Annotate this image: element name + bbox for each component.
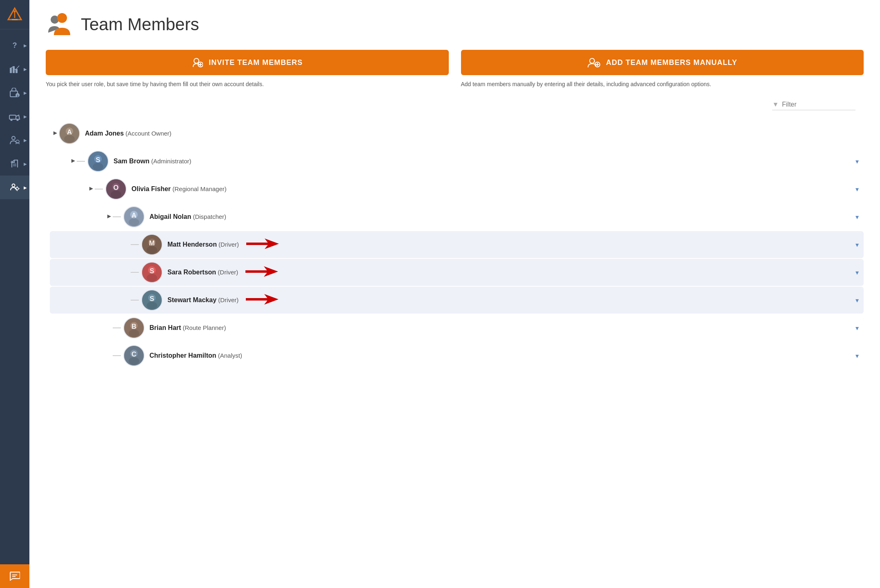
avatar: M xyxy=(141,234,163,255)
tree-connector xyxy=(131,272,139,273)
highlight-arrow xyxy=(246,293,278,307)
help-icon: ? xyxy=(13,41,17,50)
svg-point-26 xyxy=(57,13,67,23)
avatar: A xyxy=(59,123,80,144)
chevron-icon: ▶ xyxy=(24,162,27,166)
svg-text:B: B xyxy=(131,323,136,330)
page-header: Team Members xyxy=(46,12,864,37)
svg-text:C: C xyxy=(131,350,136,358)
svg-text:3: 3 xyxy=(17,94,18,97)
tree-row[interactable]: ◀ S Sam Brown (Administrator)▾ xyxy=(50,148,864,175)
svg-point-2 xyxy=(14,10,16,12)
dropdown-chevron[interactable]: ▾ xyxy=(847,185,859,193)
chevron-icon: ▶ xyxy=(24,67,27,71)
avatar: S xyxy=(87,151,109,172)
sidebar-item-orders[interactable]: 3 ▶ xyxy=(0,81,29,105)
svg-text:A: A xyxy=(131,212,136,219)
sidebar-item-settings[interactable]: ▶ xyxy=(0,176,29,199)
tree-connector xyxy=(131,244,139,245)
svg-rect-63 xyxy=(245,270,268,273)
svg-point-13 xyxy=(12,136,15,140)
svg-text:M: M xyxy=(149,239,155,247)
svg-point-76 xyxy=(129,357,139,365)
svg-text:A: A xyxy=(67,128,72,136)
tree-expander[interactable]: ◀ xyxy=(86,186,93,192)
invite-section: INVITE TEAM MEMBERS You pick their user … xyxy=(46,50,449,89)
sidebar-logo[interactable] xyxy=(0,0,29,29)
svg-point-17 xyxy=(12,184,15,187)
dropdown-chevron[interactable]: ▾ xyxy=(847,296,859,304)
tree-row[interactable]: M Matt Henderson (Driver)▾ xyxy=(50,231,864,258)
member-name: Christopher Hamilton (Analyst) xyxy=(149,352,242,359)
svg-rect-57 xyxy=(246,243,269,245)
orders-icon: 3 xyxy=(9,88,20,98)
analytics-icon xyxy=(9,65,20,74)
tree-row[interactable]: B Brian Hart (Route Planner)▾ xyxy=(50,314,864,341)
member-name: Sam Brown (Administrator) xyxy=(114,158,192,165)
avatar: S xyxy=(141,290,163,311)
dropdown-chevron[interactable]: ▾ xyxy=(847,213,859,221)
dispatch-icon xyxy=(9,112,20,121)
svg-text:S: S xyxy=(149,267,154,275)
tree-connector xyxy=(113,355,121,356)
invite-description: You pick their user role, but save time … xyxy=(46,80,449,89)
tree-row[interactable]: ◀ A Abigail Nolan (Dispatcher)▾ xyxy=(50,203,864,230)
svg-point-72 xyxy=(129,330,139,337)
tree-connector xyxy=(113,216,121,217)
add-description: Add team members manually by entering al… xyxy=(461,80,864,89)
add-manually-section: ADD TEAM MEMBERS MANUALLY Add team membe… xyxy=(461,50,864,89)
invite-icon xyxy=(192,57,203,68)
avatar: C xyxy=(123,345,145,366)
sidebar-item-help[interactable]: ? ▶ xyxy=(0,33,29,57)
svg-point-54 xyxy=(147,246,157,254)
svg-point-60 xyxy=(147,274,157,281)
tree-row[interactable]: S Stewart Mackay (Driver)▾ xyxy=(50,287,864,314)
dropdown-chevron[interactable]: ▾ xyxy=(847,269,859,276)
chevron-icon: ▶ xyxy=(24,138,27,143)
highlight-arrow xyxy=(246,238,279,252)
chevron-icon: ▶ xyxy=(24,185,27,190)
filter-icon: ▼ xyxy=(772,101,779,108)
svg-point-50 xyxy=(129,218,139,226)
dropdown-chevron[interactable]: ▾ xyxy=(847,158,859,165)
add-manually-icon xyxy=(587,57,600,68)
tree-row[interactable]: ◀ O Olivia Fisher (Regional Manager)▾ xyxy=(50,176,864,203)
tree-row[interactable]: C Christopher Hamilton (Analyst)▾ xyxy=(50,342,864,369)
svg-rect-69 xyxy=(246,298,268,301)
tree-row[interactable]: S Sara Robertson (Driver)▾ xyxy=(50,259,864,286)
svg-point-42 xyxy=(93,163,103,170)
dropdown-chevron[interactable]: ▾ xyxy=(847,241,859,249)
sidebar-item-drivers[interactable]: ▶ xyxy=(0,128,29,152)
chevron-icon: ▶ xyxy=(24,114,27,119)
tree-row[interactable]: ◀ A Adam Jones (Account Owner) xyxy=(50,120,864,147)
svg-point-46 xyxy=(111,191,121,198)
tree-connector xyxy=(113,327,121,328)
member-name: Stewart Mackay (Driver) xyxy=(167,296,238,304)
invite-button-label: INVITE TEAM MEMBERS xyxy=(209,58,303,67)
filter-row: ▼ xyxy=(46,101,864,110)
chat-button[interactable] xyxy=(0,564,29,588)
svg-point-27 xyxy=(194,58,199,63)
sidebar-item-reports[interactable]: ▶ xyxy=(0,152,29,176)
dropdown-chevron[interactable]: ▾ xyxy=(847,352,859,360)
chevron-icon: ▶ xyxy=(24,91,27,95)
highlight-arrow xyxy=(245,265,278,279)
member-name: Brian Hart (Route Planner) xyxy=(149,324,226,332)
member-name: Sara Robertson (Driver) xyxy=(167,269,238,276)
sidebar-item-dispatch[interactable]: ▶ xyxy=(0,105,29,128)
tree-connector xyxy=(95,189,103,189)
sidebar-item-analytics[interactable]: ▶ xyxy=(0,57,29,81)
settings-icon xyxy=(9,182,20,193)
invite-team-members-button[interactable]: INVITE TEAM MEMBERS xyxy=(46,50,449,75)
tree-expander[interactable]: ◀ xyxy=(104,214,111,220)
member-name: Olivia Fisher (Regional Manager) xyxy=(131,185,227,193)
tree-expander[interactable]: ◀ xyxy=(68,158,75,164)
member-name: Abigail Nolan (Dispatcher) xyxy=(149,213,226,220)
page-title: Team Members xyxy=(81,15,199,34)
svg-point-66 xyxy=(147,302,157,309)
add-team-members-button[interactable]: ADD TEAM MEMBERS MANUALLY xyxy=(461,50,864,75)
avatar: O xyxy=(105,178,127,200)
tree-expander[interactable]: ◀ xyxy=(50,131,57,136)
dropdown-chevron[interactable]: ▾ xyxy=(847,324,859,332)
filter-input[interactable] xyxy=(782,101,855,108)
